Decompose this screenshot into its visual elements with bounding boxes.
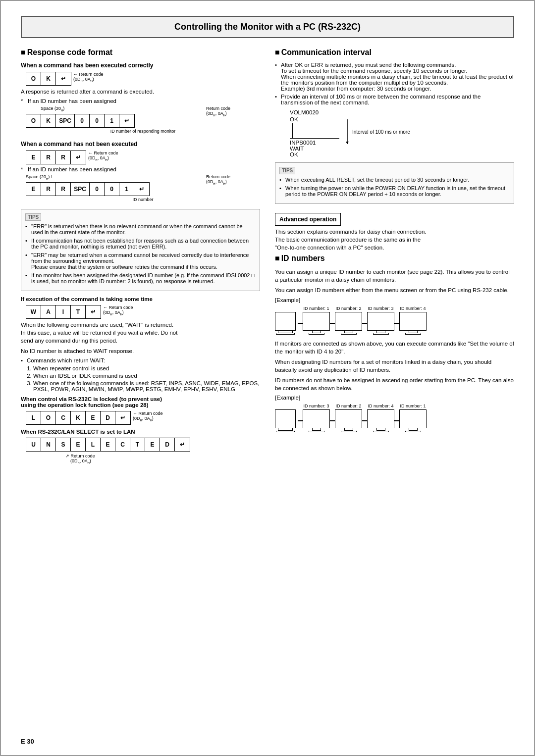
ok-id-cells: O K SPC 0 0 1 ↵ <box>26 114 135 128</box>
cell-return: ↵ <box>56 72 71 85</box>
left-column: Response code format When a command has … <box>21 48 260 465</box>
pc-unit-2 <box>275 409 296 432</box>
cell-o: O <box>26 72 41 85</box>
diagram-ok1: OK <box>290 116 339 122</box>
tip-item-2: If communication has not been establishe… <box>25 238 256 250</box>
wait-desc1: When the following commands are used, "W… <box>21 321 260 345</box>
space-label-ok: Space (20н) <box>41 106 64 112</box>
lan-return-label: ↗ Return code (0Dн, 0Aн) <box>26 454 260 465</box>
right-tips-list: When executing ALL RESET, set the timeou… <box>279 177 510 197</box>
not-exec-label: When a command has not been executed <box>21 141 260 148</box>
right-tips-label: TIPS <box>279 167 295 174</box>
interval-label: Interval of 100 ms or more <box>344 119 410 144</box>
return-label-err: Return code(0Dн, 0Aн) <box>206 174 230 186</box>
err-star-note: If an ID number has been assigned <box>21 166 260 172</box>
err-id-wrapper: Space (20н) \ Return code(0Dн, 0Aн) E R … <box>26 182 260 202</box>
left-tips-label: TIPS <box>25 213 41 221</box>
monitor-1: ID number: 1 <box>303 306 330 335</box>
page-title: Controlling the Monitor with a PC (RS-23… <box>21 16 514 38</box>
right-tip-2: When turning the power on while the POWE… <box>279 185 510 197</box>
wait-list-intro: Commands which return WAIT: <box>21 357 260 363</box>
wait-list-item-2: When an IDSL or IDLK command is used <box>33 373 260 379</box>
monitor-4: ID number: 4 <box>399 306 427 335</box>
tip-item-3: "ERR" may be returned when a command can… <box>25 252 256 270</box>
comm-interval-title: Communication interval <box>275 48 514 57</box>
id-note-ok: ID number of responding monitor <box>26 129 260 134</box>
wait-return-label: ← Return code (0Dн, 0Aн) <box>103 305 133 316</box>
example1-label: [Example] <box>275 297 514 303</box>
monitor-ex2-4: ID number: 1 <box>399 403 427 432</box>
tip-item-4: If no monitor has been assigned the desi… <box>25 272 256 284</box>
monitor-3: ID number: 3 <box>367 306 394 335</box>
lan-cells: U N S E L E C T E D ↵ <box>26 438 190 452</box>
wait-list: When repeater control is used When an ID… <box>21 365 260 392</box>
lock-cells: L O C K E D ↵ <box>26 411 131 425</box>
wait-list-item-3: When one of the following commands is us… <box>33 380 260 392</box>
tip-item-1: "ERR" is returned when there is no relev… <box>25 223 256 235</box>
ok-id-wrapper: Space (20н) Return code(0Dн, 0Aн) O K SP… <box>26 114 260 134</box>
id-para5: ID numbers do not have to be assigned in… <box>275 376 514 392</box>
comm-item-2: Provide an interval of 100 ms or more be… <box>275 94 514 105</box>
exec-time-label: If execution of the command is taking so… <box>21 296 260 302</box>
monitor-ex2-3: ID number: 4 <box>367 403 394 432</box>
right-tip-1: When executing ALL RESET, set the timeou… <box>279 177 510 183</box>
diagram-volm: VOLM0020 <box>290 109 339 115</box>
wait-list-item-1: When repeater control is used <box>33 365 260 371</box>
id-numbers-title: ID numbers <box>275 254 514 263</box>
page-number: E 30 <box>21 738 34 745</box>
monitor-ex2-1: ID number: 3 <box>303 403 330 432</box>
err-return-label: ← Return code (0Dн, 0Aн) <box>88 151 118 162</box>
id-para1: You can assign a unique ID number to eac… <box>275 268 514 284</box>
monitor-diagram-1: ID number: 1 ID number: 2 <box>275 306 514 335</box>
monitor-2: ID number: 2 <box>335 306 362 335</box>
ok-return-label: ← Return code (0Dн, 0Aн) <box>73 72 104 83</box>
correct-exec-label: When a command has been executed correct… <box>21 62 260 69</box>
ok-note: A response is returned after a command i… <box>21 88 260 96</box>
example2-label: [Example] <box>275 395 514 401</box>
response-section-title: Response code format <box>21 48 260 57</box>
monitor-diagram-2: ID number: 3 ID number: 2 <box>275 403 514 432</box>
right-tips-box: TIPS When executing ALL RESET, set the t… <box>275 162 514 204</box>
id-para3: If monitors are connected as shown above… <box>275 340 514 355</box>
interval-diagram: VOLM0020 OK INPS0001 WAIT OK Interval of… <box>290 109 514 157</box>
wait-desc2: No ID number is attached to WAIT respons… <box>21 347 260 355</box>
id-para4: When designating ID numbers for a set of… <box>275 358 514 374</box>
cell-k: K <box>41 72 56 85</box>
space-label-err: Space (20н) \ <box>26 174 52 181</box>
svg-marker-1 <box>346 142 349 144</box>
advanced-op-desc: This section explains commands for daisy… <box>275 228 514 252</box>
left-tips-box: TIPS "ERR" is returned when there is no … <box>21 209 260 291</box>
ok-star-note: If an ID number has been assigned <box>21 98 260 104</box>
page: Controlling the Monitor with a PC (RS-23… <box>0 0 535 756</box>
return-label-ok: Return code(0Dн, 0Aн) <box>206 106 230 117</box>
pc-unit <box>275 312 296 335</box>
id-para2: You can assign ID numbers either from th… <box>275 286 514 294</box>
left-tips-list: "ERR" is returned when there is no relev… <box>25 223 256 284</box>
diagram-inps: INPS0001 <box>290 140 339 146</box>
diagram-wait: WAIT <box>290 146 339 151</box>
lock-return-label: ← Return code (0Dн, 0Aн) <box>133 411 163 422</box>
comm-item-1: After OK or ERR is returned, you must se… <box>275 62 514 92</box>
err-id-cells: E R R SPC 0 0 1 ↵ <box>26 182 150 196</box>
lan-label: When RS-232C/LAN SELECT is set to LAN <box>21 429 260 435</box>
err-cells: E R R ↵ <box>26 151 86 164</box>
wait-cells: W A I T ↵ <box>26 305 101 319</box>
advanced-op-box: Advanced operation <box>275 213 341 226</box>
id-note-err: ID number <box>26 197 260 202</box>
lock-label: When control via RS-232C is locked (to p… <box>21 396 260 408</box>
monitor-ex2-2: ID number: 2 <box>335 403 362 432</box>
right-column: Communication interval After OK or ERR i… <box>275 48 514 465</box>
diagram-ok2: OK <box>290 151 339 157</box>
ok-cells: O K ↵ <box>26 72 71 86</box>
